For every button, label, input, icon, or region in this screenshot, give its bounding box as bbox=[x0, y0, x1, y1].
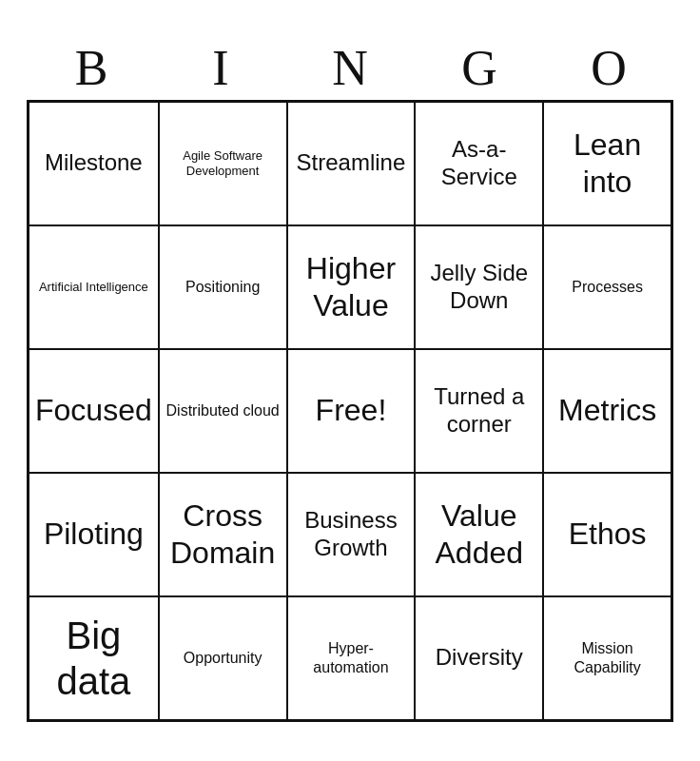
bingo-letter-i: I bbox=[159, 40, 282, 96]
cell-r2-c0: Focused bbox=[29, 349, 159, 473]
cell-r4-c0: Big data bbox=[29, 596, 159, 720]
cell-r1-c0: Artificial Intelligence bbox=[29, 225, 159, 349]
cell-r4-c2: Hyper-automation bbox=[287, 596, 416, 720]
cell-r3-c1: Cross Domain bbox=[159, 473, 287, 596]
cell-r0-c3: As-a-Service bbox=[415, 102, 543, 225]
cell-r2-c4: Metrics bbox=[543, 349, 671, 473]
cell-r0-c1: Agile Software Development bbox=[159, 102, 287, 225]
cell-r3-c4: Ethos bbox=[543, 473, 671, 596]
cell-r0-c4: Lean into bbox=[543, 102, 671, 225]
bingo-letter-n: N bbox=[288, 40, 412, 96]
bingo-letter-o: O bbox=[547, 40, 671, 96]
cell-r2-c3: Turned a corner bbox=[415, 349, 543, 473]
bingo-grid: MilestoneAgile Software DevelopmentStrea… bbox=[27, 100, 673, 722]
cell-r3-c3: Value Added bbox=[415, 473, 543, 596]
cell-r0-c2: Streamline bbox=[287, 102, 416, 225]
cell-r1-c1: Positioning bbox=[159, 225, 287, 349]
cell-r0-c0: Milestone bbox=[29, 102, 159, 225]
bingo-letter-b: B bbox=[29, 40, 153, 96]
cell-r1-c3: Jelly Side Down bbox=[415, 225, 543, 349]
cell-r3-c2: Business Growth bbox=[287, 473, 416, 596]
cell-r4-c1: Opportunity bbox=[159, 596, 287, 720]
cell-r1-c4: Processes bbox=[543, 225, 671, 349]
bingo-letter-g: G bbox=[418, 40, 541, 96]
cell-r4-c4: Mission Capability bbox=[543, 596, 671, 720]
bingo-card: BINGO MilestoneAgile Software Developmen… bbox=[17, 30, 683, 732]
cell-r4-c3: Diversity bbox=[415, 596, 543, 720]
cell-r2-c1: Distributed cloud bbox=[159, 349, 287, 473]
cell-r1-c2: Higher Value bbox=[287, 225, 416, 349]
cell-r3-c0: Piloting bbox=[29, 473, 159, 596]
cell-r2-c2: Free! bbox=[287, 349, 416, 473]
bingo-header: BINGO bbox=[27, 40, 673, 96]
